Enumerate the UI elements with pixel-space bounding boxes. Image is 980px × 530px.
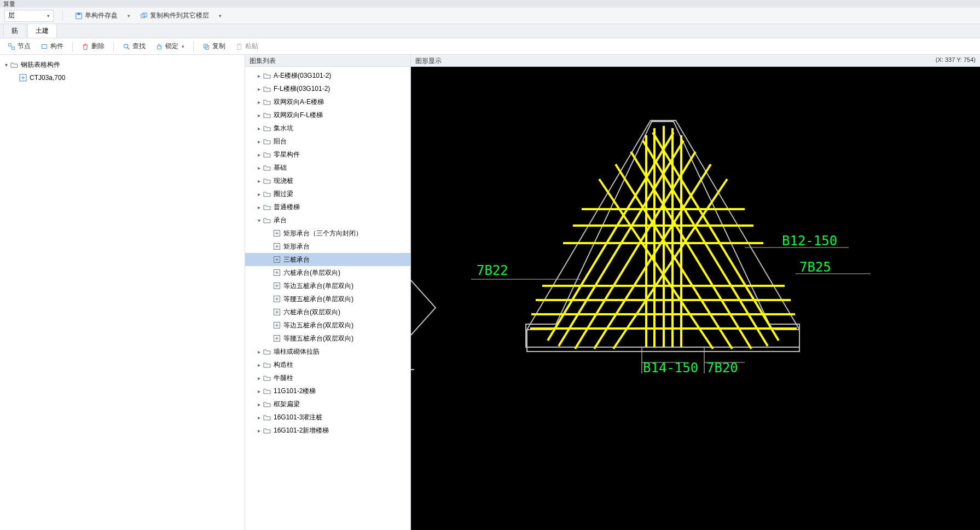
atlas-folder-row[interactable]: ▸普通楼梯: [245, 200, 410, 214]
expand-icon[interactable]: ▸: [255, 401, 263, 407]
delete-button[interactable]: 删除: [78, 40, 108, 53]
atlas-row-label: 承台: [274, 216, 287, 225]
atlas-row-label: 框架扁梁: [274, 400, 300, 409]
atlas-item-row[interactable]: 三桩承台: [245, 253, 410, 266]
save-component-button[interactable]: 单构件存盘: [72, 9, 121, 22]
atlas-folder-row[interactable]: ▸构造柱: [245, 358, 410, 371]
folder-icon: [263, 216, 271, 224]
expand-icon[interactable]: ▸: [255, 165, 263, 171]
annot-b12-150: B12-150: [782, 233, 837, 249]
atlas-row-label: 等腰五桩承台(双层双向): [283, 334, 353, 343]
atlas-folder-row[interactable]: ▸圈过梁: [245, 187, 410, 200]
tab-rebar[interactable]: 筋: [3, 24, 26, 38]
atlas-folder-row[interactable]: ▸零星构件: [245, 148, 410, 161]
atlas-item-row[interactable]: 六桩承台(单层双向): [245, 266, 410, 279]
copy-button[interactable]: 复制: [199, 40, 229, 53]
expand-icon[interactable]: ▸: [255, 204, 263, 210]
drawing-viewport[interactable]: 7B22 B12-150 7B25 B14-150 7B20: [411, 67, 980, 530]
expand-icon[interactable]: ▸: [255, 375, 263, 381]
find-button[interactable]: 查找: [119, 40, 149, 53]
expand-icon[interactable]: ▸: [255, 349, 263, 355]
expand-icon[interactable]: ▸: [255, 362, 263, 368]
atlas-folder-row[interactable]: ▾承台: [245, 214, 410, 227]
atlas-row-label: A-E楼梯(03G101-2): [274, 71, 331, 80]
expand-icon[interactable]: ▸: [255, 112, 263, 118]
atlas-row-label: 基础: [274, 163, 287, 172]
atlas-item-row[interactable]: 矩形承台: [245, 240, 410, 253]
copy-icon: [202, 43, 210, 50]
atlas-folder-row[interactable]: ▸墙柱或砌体拉筋: [245, 345, 410, 358]
component-tree[interactable]: ▾ 钢筋表格构件 CTJ03a,700: [0, 56, 245, 87]
expand-icon[interactable]: ▸: [255, 414, 263, 420]
atlas-folder-row[interactable]: ▸阳台: [245, 135, 410, 148]
svg-point-8: [124, 44, 128, 48]
expand-icon[interactable]: ▸: [255, 178, 263, 184]
member-button[interactable]: 构件: [37, 40, 67, 53]
atlas-item-row[interactable]: 矩形承台（三个方向封闭）: [245, 227, 410, 240]
atlas-folder-row[interactable]: ▸基础: [245, 161, 410, 174]
atlas-item-row[interactable]: 等边五桩承台(单层双向): [245, 279, 410, 292]
expand-icon[interactable]: ▸: [255, 152, 263, 158]
folder-icon: [263, 71, 271, 80]
dropdown-arrow[interactable]: ▾: [219, 13, 222, 19]
floor-combo[interactable]: 层: [4, 10, 54, 22]
collapse-icon[interactable]: ▾: [2, 62, 10, 68]
graphic-display-pane: 图形显示 (X: 337 Y: 754): [411, 55, 980, 530]
dropdown-arrow[interactable]: ▾: [127, 13, 130, 19]
atlas-item-icon: [272, 295, 281, 303]
expand-icon[interactable]: ▸: [255, 139, 263, 145]
atlas-folder-row[interactable]: ▸F-L楼梯(03G101-2): [245, 82, 410, 95]
atlas-row-label: 牛腿柱: [274, 373, 293, 383]
expand-icon[interactable]: ▸: [255, 99, 263, 105]
copy-to-floors-button[interactable]: 复制构件到其它楼层: [137, 9, 212, 22]
expand-icon[interactable]: ▸: [255, 191, 263, 197]
svg-rect-10: [158, 46, 161, 49]
atlas-folder-row[interactable]: ▸双网双向F-L楼梯: [245, 108, 410, 122]
atlas-row-label: 等边五桩承台(双层双向): [283, 321, 353, 330]
tree-root-row[interactable]: ▾ 钢筋表格构件: [0, 58, 245, 71]
folder-icon: [263, 111, 271, 119]
atlas-row-label: 墙柱或砌体拉筋: [274, 347, 320, 356]
floor-combo-label: 层: [8, 11, 15, 20]
expand-icon[interactable]: ▸: [255, 125, 263, 131]
folder-icon: [10, 60, 19, 69]
atlas-folder-row[interactable]: ▸现浇桩: [245, 174, 410, 187]
atlas-folder-row[interactable]: ▸16G101-2新增楼梯: [245, 424, 410, 437]
atlas-item-icon: [272, 229, 281, 238]
left-component-tree-pane: ▾ 钢筋表格构件 CTJ03a,700: [0, 55, 245, 530]
atlas-folder-row[interactable]: ▸A-E楼梯(03G101-2): [245, 69, 410, 82]
atlas-row-label: 双网双向F-L楼梯: [274, 111, 323, 120]
atlas-item-row[interactable]: 等边五桩承台(双层双向): [245, 319, 410, 332]
atlas-folder-row[interactable]: ▸16G101-3灌注桩: [245, 411, 410, 424]
node-label: 节点: [18, 42, 31, 51]
paste-label: 粘贴: [245, 42, 258, 51]
collapse-icon[interactable]: ▾: [255, 217, 263, 223]
folder-icon: [263, 203, 271, 211]
folder-icon: [263, 163, 271, 172]
atlas-folder-row[interactable]: ▸框架扁梁: [245, 398, 410, 411]
atlas-folder-row[interactable]: ▸双网双向A-E楼梯: [245, 95, 410, 108]
node-button[interactable]: 节点: [4, 40, 34, 53]
atlas-item-icon: [272, 281, 281, 290]
expand-icon[interactable]: ▸: [255, 86, 263, 92]
atlas-item-row[interactable]: 等腰五桩承台(单层双向): [245, 292, 410, 306]
atlas-row-label: 零星构件: [274, 150, 300, 159]
separator: [72, 42, 73, 51]
folder-icon: [263, 426, 271, 435]
atlas-folder-row[interactable]: ▸集水坑: [245, 122, 410, 135]
atlas-folder-row[interactable]: ▸11G101-2楼梯: [245, 384, 410, 398]
atlas-tree[interactable]: ▸A-E楼梯(03G101-2)▸F-L楼梯(03G101-2)▸双网双向A-E…: [245, 67, 410, 530]
folder-icon: [263, 360, 271, 369]
expand-icon[interactable]: ▸: [255, 73, 263, 79]
atlas-item-icon: [272, 308, 281, 316]
tab-civil[interactable]: 土建: [27, 24, 57, 38]
atlas-item-row[interactable]: 等腰五桩承台(双层双向): [245, 332, 410, 345]
paste-button[interactable]: 粘贴: [232, 40, 262, 53]
expand-icon[interactable]: ▸: [255, 388, 263, 394]
atlas-item-row[interactable]: 六桩承台(双层双向): [245, 306, 410, 319]
atlas-folder-row[interactable]: ▸牛腿柱: [245, 371, 410, 384]
lock-button[interactable]: 锁定▾: [152, 40, 188, 53]
expand-icon[interactable]: ▸: [255, 428, 263, 434]
tree-child-row[interactable]: CTJ03a,700: [0, 71, 245, 84]
member-label: 构件: [50, 42, 63, 51]
